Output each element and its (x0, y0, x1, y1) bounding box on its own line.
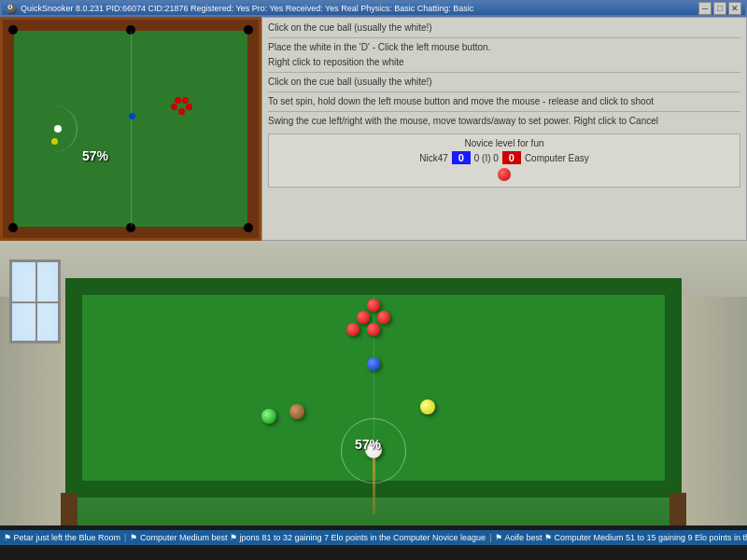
top-view: 57% Click on the cue ball (usually the w… (0, 17, 747, 241)
3d-red-3 (377, 311, 390, 324)
3d-yellow-ball (420, 399, 435, 414)
status-text-2: ⚑ Computer Medium best ⚑ jpons 81 to 32 … (130, 533, 486, 542)
cue-stick (373, 458, 375, 514)
divider-1 (268, 37, 740, 38)
pocket-tr (244, 25, 253, 35)
divider-3 (268, 91, 740, 92)
pocket-tl (8, 25, 18, 35)
close-button[interactable]: ✕ (728, 2, 741, 15)
instruction-2: Place the white in the 'D' - Click the l… (268, 41, 740, 54)
mid-score: 0 (I) 0 (474, 153, 499, 163)
ball-indicator (273, 168, 736, 183)
view-3d[interactable]: 57% (0, 241, 747, 525)
player2-score: 0 (502, 151, 521, 164)
minimize-button[interactable]: ─ (698, 2, 712, 15)
table-2d[interactable]: 57% (0, 17, 261, 241)
game-area: 57% Click on the cue ball (usually the w… (0, 17, 747, 530)
red-ball-4 (175, 97, 181, 104)
instruction-5: To set spin, hold down the left mouse bu… (268, 95, 740, 108)
game-info-panel: Novice level for fun Nick47 0 0 (I) 0 0 … (268, 133, 740, 188)
table-leg-right (669, 493, 686, 525)
divider-2 (268, 72, 740, 73)
player1-score: 0 (452, 151, 471, 164)
instruction-1: Click on the cue ball (usually the white… (268, 21, 740, 35)
table-3d[interactable]: 57% (65, 278, 682, 497)
pocket-bl (8, 223, 18, 232)
window-controls: ─ □ ✕ (698, 2, 741, 15)
cushion-3d-left (65, 278, 82, 497)
table-leg-left (61, 493, 78, 525)
status-sep-2: | (489, 533, 491, 542)
yellow-ball (51, 138, 58, 145)
blue-ball (129, 113, 135, 119)
statusbar: ⚑ Petar just left the Blue Room | ⚑ Comp… (0, 530, 747, 545)
cushion-right (247, 31, 259, 227)
title-text: QuickSnooker 8.0.231 PID:66074 CID:21876… (21, 4, 473, 13)
instructions-panel: Click on the cue ball (usually the white… (261, 17, 747, 241)
status-sep-1: | (124, 533, 126, 542)
player1-name: Nick47 (419, 153, 448, 163)
level-text: Novice level for fun (273, 138, 736, 148)
cushion-3d-right (665, 278, 682, 497)
score-row: Nick47 0 0 (I) 0 0 Computer Easy (273, 151, 736, 164)
status-text-3: ⚑ Aoife best ⚑ Computer Medium 51 to 15 … (495, 533, 747, 542)
red-ball-indicator (498, 168, 511, 181)
cushion-left (3, 31, 14, 227)
player2-name: Computer Easy (525, 153, 589, 163)
app-icon: 🎱 (6, 4, 17, 14)
3d-red-1 (367, 299, 380, 312)
pocket-br (244, 223, 253, 232)
main-layout: 57% Click on the cue ball (usually the w… (0, 17, 747, 530)
center-line (131, 31, 132, 227)
3d-brown-ball (289, 404, 304, 419)
titlebar: 🎱 QuickSnooker 8.0.231 PID:66074 CID:218… (0, 0, 747, 17)
3d-red-5 (367, 323, 380, 336)
cushion-3d-top (65, 278, 682, 295)
divider-4 (268, 111, 740, 112)
3d-red-4 (346, 323, 359, 336)
3d-green-ball (261, 409, 276, 424)
instruction-4: Click on the cue ball (usually the white… (268, 76, 740, 89)
3d-red-2 (357, 311, 370, 324)
window-element (9, 259, 61, 343)
percentage-label-3d: 57% (355, 437, 381, 452)
3d-blue-ball (367, 357, 380, 371)
red-ball-3 (186, 104, 192, 110)
red-ball-5 (182, 97, 189, 104)
cue-ball (54, 125, 62, 133)
instruction-6: Swing the cue left/right with the mouse,… (268, 115, 740, 128)
red-ball-2 (178, 108, 185, 115)
percentage-label-2d: 57% (82, 148, 108, 163)
instruction-3: Right click to reposition the white (268, 56, 740, 69)
status-text-1: ⚑ Petar just left the Blue Room (4, 533, 120, 542)
maximize-button[interactable]: □ (713, 2, 726, 15)
red-ball-1 (171, 104, 177, 110)
